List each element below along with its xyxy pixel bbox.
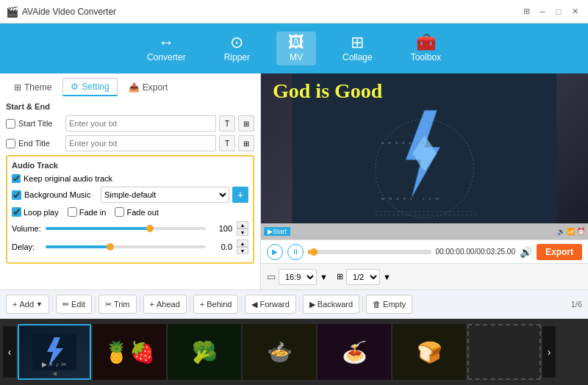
behind-btn[interactable]: + Behind <box>193 295 239 314</box>
divider-2 <box>95 297 96 312</box>
progress-bar[interactable] <box>308 250 431 254</box>
strip-nav-left[interactable]: ‹ <box>3 326 16 378</box>
minimize-btn[interactable]: ─ <box>535 4 550 19</box>
preview-area: a w b d e s t h w m a e s . c o m God is… <box>261 73 588 240</box>
volume-label: Volume: <box>12 224 41 233</box>
start-title-spin-btn[interactable]: ⊞ <box>238 115 254 132</box>
tab-theme[interactable]: ⊞ Theme <box>6 79 60 96</box>
pause-btn[interactable]: ⏸ <box>287 244 304 260</box>
keep-original-checkbox[interactable] <box>12 174 21 183</box>
fade-in-checkbox[interactable] <box>68 207 77 217</box>
keep-original-row: Keep original audio track <box>12 174 248 183</box>
end-title-t-btn[interactable]: T <box>219 135 235 151</box>
volume-slider[interactable] <box>46 227 206 230</box>
start-btn: ▶Start <box>264 227 290 236</box>
maximize-btn[interactable]: □ <box>551 4 566 19</box>
ahead-label: Ahead <box>157 300 180 309</box>
edit-label: Edit <box>71 300 85 309</box>
time-current: 00:00:00.00 <box>436 248 475 256</box>
thumb-ctrl-prev: ◀ <box>52 370 57 377</box>
volume-down-btn[interactable]: ▼ <box>237 229 248 236</box>
page-dropdown[interactable]: 1/2 <box>346 269 380 285</box>
add-dropdown-arrow: ▼ <box>36 301 43 308</box>
bg-music-checkbox[interactable] <box>12 190 21 200</box>
nav-toolbox-label: Toolbox <box>411 52 441 62</box>
end-title-input[interactable] <box>65 135 216 151</box>
ratio-selector: 16:9 ▼ <box>279 269 328 285</box>
nav-mv[interactable]: 🖼 MV <box>276 32 316 65</box>
tab-export[interactable]: 📤 Export <box>121 79 176 96</box>
delay-value: 0.0 <box>210 242 232 251</box>
delay-slider[interactable] <box>46 245 206 248</box>
mv-icon: 🖼 <box>288 35 304 51</box>
backward-btn[interactable]: ▶ Backward <box>303 295 359 314</box>
delay-up-btn[interactable]: ▲ <box>237 240 248 247</box>
film-thumb-7[interactable] <box>467 324 541 380</box>
ratio-icon: ▭ <box>267 271 276 282</box>
window-controls: ⊞ ─ □ ✕ <box>519 4 582 19</box>
right-panel: a w b d e s t h w m a e s . c o m God is… <box>261 73 588 289</box>
trim-icon: ✂ <box>105 300 112 309</box>
nav-ripper[interactable]: ⊙ Ripper <box>212 32 262 65</box>
divider-1 <box>52 297 53 312</box>
fade-out-checkbox[interactable] <box>115 207 124 217</box>
empty-btn[interactable]: 🗑 Empty <box>366 295 412 314</box>
volume-icon[interactable]: 🔊 <box>520 246 532 258</box>
film-thumb-6[interactable]: 🍞 <box>392 324 466 380</box>
nav-collage-label: Collage <box>343 52 373 62</box>
nav-collage[interactable]: ⊞ Collage <box>331 32 384 65</box>
start-title-checkbox[interactable] <box>6 119 15 129</box>
forward-label: Forward <box>259 300 289 309</box>
film-thumb-3[interactable]: 🥦 <box>168 324 241 380</box>
edit-btn[interactable]: ✏ Edit <box>56 295 92 314</box>
strip-nav-right[interactable]: › <box>542 326 556 378</box>
add-btn[interactable]: + Add ▼ <box>6 295 49 314</box>
close-btn[interactable]: ✕ <box>567 4 582 19</box>
progress-dot <box>310 248 318 256</box>
thumb-play-icon: ▶ <box>42 361 47 368</box>
tab-theme-label: Theme <box>24 82 51 93</box>
export-btn[interactable]: Export <box>537 244 582 260</box>
edit-icon: ✏ <box>62 300 69 309</box>
page-count: 1/6 <box>571 300 582 309</box>
film-thumb-1[interactable]: 00:33:80 ✕ ▶ + ♪ ✂ ◀ <box>18 324 91 380</box>
bottom-controls: ▭ 16:9 ▼ ⊞ 1/2 ▼ <box>261 263 588 289</box>
film-thumb-5[interactable]: 🍝 <box>318 324 391 380</box>
keep-original-label: Keep original audio track <box>24 174 112 183</box>
end-title-checkbox[interactable] <box>6 139 15 148</box>
end-title-spin-btn[interactable]: ⊞ <box>238 135 254 151</box>
behind-icon: + <box>200 300 204 309</box>
nav-toolbox[interactable]: 🧰 Toolbox <box>399 32 453 65</box>
time-total: 00:03:25.00 <box>476 248 515 256</box>
grid-btn[interactable]: ⊞ <box>519 4 534 19</box>
behind-label: Behind <box>207 300 232 309</box>
add-bg-music-btn[interactable]: + <box>232 187 248 203</box>
start-title-t-btn[interactable]: T <box>219 115 235 132</box>
tab-setting-label: Setting <box>82 82 109 92</box>
thumb-inner-2: 🍍🍓 <box>93 324 166 380</box>
nav-converter[interactable]: ↔ Converter <box>135 32 198 65</box>
loop-play-checkbox[interactable] <box>12 207 21 217</box>
delay-down-btn[interactable]: ▼ <box>237 247 248 254</box>
nav-converter-label: Converter <box>147 52 186 62</box>
thumb-inner-4: 🍲 <box>243 324 316 380</box>
ratio-dropdown[interactable]: 16:9 <box>279 269 317 285</box>
nav-ripper-label: Ripper <box>224 52 250 62</box>
theme-icon: ⊞ <box>14 82 21 93</box>
film-thumb-2[interactable]: 🍍🍓 <box>93 324 166 380</box>
svg-text:w m a e s . c o m: w m a e s . c o m <box>381 196 441 201</box>
bg-music-label: Background Music <box>24 190 98 199</box>
preview-image: a w b d e s t h w m a e s . c o m God is… <box>261 73 588 240</box>
ahead-btn[interactable]: + Ahead <box>143 295 187 314</box>
play-btn[interactable]: ▶ <box>267 244 283 260</box>
divider-4 <box>190 297 190 312</box>
tab-setting[interactable]: ⚙ Setting <box>62 78 117 96</box>
film-thumb-4[interactable]: 🍲 <box>243 324 316 380</box>
panel-body: Start & End Start Title T ⊞ End Title T … <box>0 96 260 289</box>
forward-btn[interactable]: ◀ Forward <box>245 295 295 314</box>
start-title-input[interactable] <box>65 115 216 132</box>
bg-music-select[interactable]: Simple-default <box>101 187 229 203</box>
volume-up-btn[interactable]: ▲ <box>237 221 248 229</box>
action-toolbar: + Add ▼ ✏ Edit ✂ Trim + Ahead + Behind ◀… <box>0 289 588 319</box>
trim-btn[interactable]: ✂ Trim <box>98 295 137 314</box>
